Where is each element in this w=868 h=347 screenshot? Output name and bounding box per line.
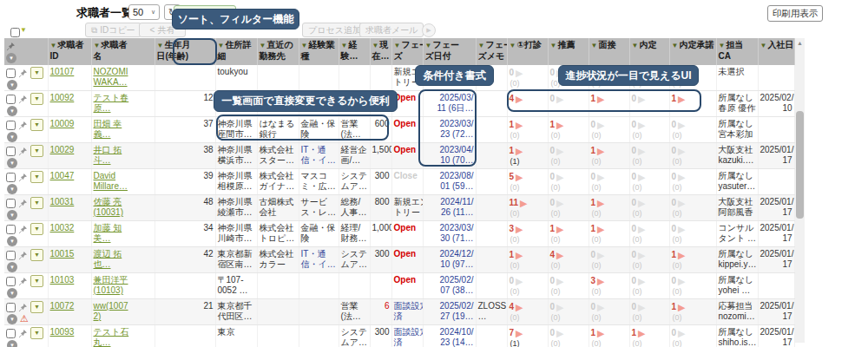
header-experience[interactable]: ▼経験… xyxy=(339,38,370,65)
progress-naitei-shodaku-cell[interactable]: 0▶(0) xyxy=(669,195,716,221)
row-dropdown-button[interactable]: ▼ xyxy=(30,67,43,79)
join-date-cell[interactable] xyxy=(758,65,794,91)
phase-cell[interactable]: Open xyxy=(391,143,423,169)
assigned-ca-cell[interactable]: 所属なし春原 優作 xyxy=(716,91,758,117)
address-cell[interactable]: 東京 xyxy=(215,325,257,347)
assigned-ca-cell[interactable]: 所属なしshiho.is… xyxy=(716,325,758,347)
address-cell[interactable]: toukyou xyxy=(215,65,257,91)
pin-icon[interactable] xyxy=(18,95,28,104)
row-checkbox[interactable] xyxy=(6,199,16,208)
join-date-cell[interactable]: 2025/01/17 xyxy=(758,143,794,169)
applicant-name-link[interactable]: 井口 拓 xyxy=(94,145,153,155)
header-phase-memo[interactable]: ▼フェーズメモ xyxy=(476,38,507,65)
phase-date-cell[interactable]: 2023/03/30 (71… xyxy=(423,221,476,247)
row-dropdown-button[interactable]: ▼ xyxy=(30,223,43,235)
phase-memo-cell[interactable] xyxy=(476,117,507,143)
header-assigned-ca[interactable]: ▼担当CA xyxy=(716,38,758,65)
assigned-ca-cell[interactable]: コンサルタント … xyxy=(716,221,758,247)
income-cell[interactable]: 300 xyxy=(370,169,391,195)
address-cell[interactable]: 東京都千代田区… xyxy=(215,299,257,325)
filter-icon[interactable]: ▼ xyxy=(394,42,401,49)
pin-icon[interactable] xyxy=(6,42,16,51)
progress-naitei-cell[interactable]: 0▶(0) xyxy=(629,169,669,195)
progress-mensetsu-cell[interactable]: 0▶(0) xyxy=(589,247,629,273)
filter-icon[interactable]: ▼ xyxy=(372,42,379,49)
progress-mensetsu-cell[interactable]: 0▶(0) xyxy=(589,169,629,195)
header-join-date[interactable]: ▼入社日 xyxy=(758,38,794,65)
applicant-id-link[interactable]: 10092 xyxy=(50,93,75,102)
header-phase-date[interactable]: ▼フェーズ日付 xyxy=(423,38,476,65)
income-cell[interactable] xyxy=(370,273,391,299)
filter-icon[interactable]: ▼ xyxy=(591,42,598,49)
progress-suisen-cell[interactable]: 4▶(0) xyxy=(548,247,589,273)
progress-naitei-shodaku-cell[interactable]: 0▶(0) xyxy=(669,325,716,347)
join-date-cell[interactable] xyxy=(758,117,794,143)
phase-cell[interactable]: Close xyxy=(391,169,423,195)
job-type-cell[interactable] xyxy=(339,65,370,91)
header-applicant-id[interactable]: ▼求職者ID xyxy=(48,38,91,65)
scroll-up-icon[interactable]: ▲ xyxy=(795,40,805,46)
join-date-cell[interactable]: 2025/01/17 xyxy=(758,221,794,247)
assigned-ca-cell[interactable]: 所属なし宮本彩加 xyxy=(716,117,758,143)
filter-icon[interactable]: ▼ xyxy=(50,42,57,49)
header-sounding[interactable]: ▼①打診 xyxy=(507,38,548,65)
assigned-ca-cell[interactable]: 応募担当nozomi… xyxy=(716,299,758,325)
header-birthdate-age[interactable]: ▼生年月日(年齢) xyxy=(155,38,215,65)
address-cell[interactable]: 〒107-0052 … xyxy=(215,273,257,299)
header-applicant-name[interactable]: ▼求職者名 xyxy=(91,38,155,65)
applicant-id-link[interactable]: 10032 xyxy=(50,223,75,232)
assigned-ca-cell[interactable]: 大阪支社阿部風香 xyxy=(716,195,758,221)
progress-suisen-cell[interactable]: 0▶(0) xyxy=(548,273,589,299)
row-dropdown-button[interactable]: ▼ xyxy=(30,93,43,105)
join-date-cell[interactable]: 2025/01/17 xyxy=(758,195,794,221)
recent-employer-cell[interactable] xyxy=(257,325,299,347)
header-address[interactable]: ▼住所詳細 xyxy=(215,38,257,65)
industry-cell[interactable]: IT・通信・イ… xyxy=(299,247,339,273)
income-cell[interactable]: 300 xyxy=(370,247,391,273)
expand-circle-icon[interactable]: ▼ xyxy=(7,132,17,142)
phase-memo-cell[interactable] xyxy=(476,325,507,347)
phase-memo-cell[interactable] xyxy=(476,195,507,221)
job-type-cell[interactable]: システムア… xyxy=(339,169,370,195)
progress-naitei-cell[interactable]: 0▶(0) xyxy=(629,273,669,299)
progress-naitei-shodaku-cell[interactable]: 0▶(0) xyxy=(669,273,716,299)
more-actions-button[interactable]: ▶ xyxy=(422,23,436,37)
progress-naitei-cell[interactable]: 0▶ xyxy=(629,91,669,117)
expand-circle-icon[interactable]: ▼ xyxy=(7,340,17,347)
row-dropdown-button[interactable]: ▼ xyxy=(30,301,43,313)
applicant-name-link-line2[interactable]: (10031) xyxy=(94,207,153,218)
header-current-income[interactable]: ▼現在… xyxy=(370,38,391,65)
progress-suisen-cell[interactable]: 0▶(0) xyxy=(548,195,589,221)
applicant-name-link-line2[interactable]: 丸… xyxy=(94,337,153,347)
row-checkbox[interactable] xyxy=(6,277,16,286)
applicant-name-link-line2[interactable]: 美… xyxy=(94,233,153,244)
job-type-cell[interactable]: 経営企画/… xyxy=(339,143,370,169)
join-date-cell[interactable] xyxy=(758,273,794,299)
industry-cell[interactable]: 金融・保険 xyxy=(299,221,339,247)
applicant-name-link-line2[interactable]: 斗… xyxy=(94,155,153,166)
progress-naitei-cell[interactable]: 0▶(0) xyxy=(629,195,669,221)
progress-dashin-cell[interactable]: 0▶(0) xyxy=(507,65,548,91)
recent-employer-cell[interactable]: 株式会社トロピ… xyxy=(257,221,299,247)
recent-employer-cell[interactable]: 株式会社ガイナ… xyxy=(257,169,299,195)
income-cell[interactable]: 600 xyxy=(370,117,391,143)
industry-cell[interactable] xyxy=(299,65,339,91)
recent-employer-cell[interactable]: 株式会社カラー xyxy=(257,247,299,273)
filter-icon[interactable]: ▼ xyxy=(478,42,485,49)
pin-icon[interactable] xyxy=(18,173,28,182)
applicant-name-link-line2[interactable]: Millare… xyxy=(94,181,153,192)
recent-employer-cell[interactable] xyxy=(257,299,299,325)
filter-icon[interactable]: ▼ xyxy=(341,42,348,49)
applicant-id-link[interactable]: 10072 xyxy=(50,301,75,311)
phase-date-cell[interactable]: 2025/02/27 (19… xyxy=(423,299,476,325)
income-cell[interactable]: 6 xyxy=(370,299,391,325)
applicant-name-link[interactable]: 田畑 幸 xyxy=(94,119,153,129)
industry-cell[interactable] xyxy=(299,325,339,347)
progress-dashin-cell[interactable]: 3▶(0) xyxy=(507,221,548,247)
filter-icon[interactable]: ▼ xyxy=(510,42,516,49)
expand-circle-icon[interactable]: ▼ xyxy=(7,158,17,168)
filter-icon[interactable]: ▼ xyxy=(550,42,557,49)
vertical-scrollbar[interactable]: ▲ xyxy=(795,38,805,343)
pin-icon[interactable] xyxy=(18,303,28,312)
progress-naitei-cell[interactable]: 1▶(0) xyxy=(629,325,669,347)
